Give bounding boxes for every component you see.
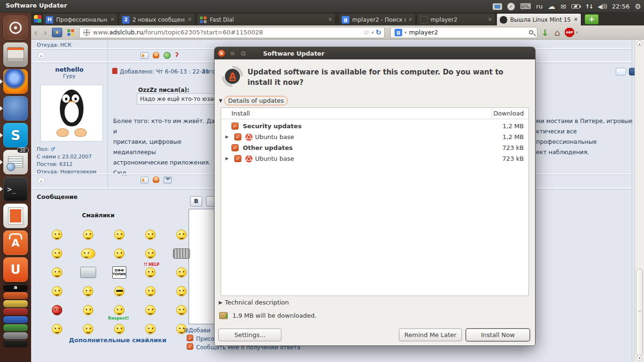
keyboard-icon[interactable]: ⌨: [520, 2, 531, 11]
smiley-pac[interactable]: [41, 282, 73, 301]
smiley-sad[interactable]: [104, 320, 135, 338]
details-expander[interactable]: ▼ Details of updates: [219, 96, 288, 105]
smiley-angry[interactable]: [73, 301, 104, 320]
checkbox-checked[interactable]: ✓: [234, 155, 241, 162]
messages-icon[interactable]: ✉: [561, 3, 566, 10]
close-icon[interactable]: ✕: [408, 16, 413, 23]
scrollbar-thumb[interactable]: ≡: [636, 269, 643, 356]
smiley-plane[interactable]: [135, 301, 166, 320]
private-message-icon[interactable]: [153, 176, 159, 183]
updates-table[interactable]: Install Download ✓ Security updates 1,2 …: [221, 107, 529, 296]
smiley-offtopic[interactable]: ОФФ ТОПИК: [104, 263, 135, 282]
quote-post-icon[interactable]: [616, 68, 626, 75]
scroll-down-arrow[interactable]: [636, 355, 643, 361]
dialog-titlebar[interactable]: × − □ Software Updater: [215, 47, 535, 59]
clock[interactable]: 22:56: [612, 3, 629, 10]
launcher-amazon[interactable]: a: [3, 284, 28, 291]
maximize-window-button[interactable]: □: [239, 49, 247, 57]
adblock-dropdown-icon[interactable]: ▾: [576, 30, 578, 35]
bold-format-button[interactable]: B: [190, 196, 202, 206]
launcher-photos[interactable]: [3, 340, 28, 347]
update-row-security[interactable]: ✓ Security updates 1,2 MB: [221, 121, 528, 132]
smiley-devil[interactable]: [41, 301, 73, 320]
row-expander-icon[interactable]: ▶: [225, 134, 229, 139]
launcher-news[interactable]: 20: [3, 150, 28, 174]
settings-button[interactable]: Settings...: [218, 329, 281, 341]
post-author[interactable]: nethello: [31, 66, 107, 73]
smiley-wave[interactable]: [41, 225, 73, 244]
search-magnifier-icon[interactable]: [529, 30, 533, 34]
profile-card-icon[interactable]: [140, 177, 149, 183]
back-button[interactable]: ‹: [31, 26, 41, 39]
session-gear-icon[interactable]: ⚙: [635, 2, 641, 11]
minimize-window-button[interactable]: −: [229, 49, 236, 57]
launcher-green-app[interactable]: [3, 324, 28, 331]
close-icon[interactable]: ✕: [574, 16, 578, 23]
technical-description-label[interactable]: Technical description: [225, 299, 289, 306]
launcher-impress[interactable]: [3, 204, 28, 228]
smiley-smile[interactable]: [166, 225, 197, 244]
adblock-icon[interactable]: ABP: [565, 28, 574, 37]
ubuntu-one-cloud-icon[interactable]: ☁: [548, 2, 555, 11]
sound-icon[interactable]: ◀))): [598, 3, 607, 10]
search-bar[interactable]: ▾ mplayer2: [390, 27, 537, 38]
launcher-dash[interactable]: [3, 16, 28, 40]
site-identity-icon[interactable]: [83, 29, 90, 36]
close-icon[interactable]: ✕: [328, 16, 332, 23]
update-row-ubuntu-base-1[interactable]: ▶ ✓ Ubuntu base 1,2 MB: [221, 132, 528, 143]
search-engine-dropdown[interactable]: ▾: [405, 30, 407, 35]
smiley-accordion[interactable]: [166, 244, 197, 263]
bookmarks-button[interactable]: ★: [52, 28, 62, 37]
launcher-terminal[interactable]: >_: [3, 177, 28, 201]
smiley-tongue[interactable]: [166, 263, 197, 282]
launcher-software-center[interactable]: A: [3, 230, 28, 255]
smiley-troll[interactable]: [73, 244, 104, 263]
close-icon[interactable]: ✕: [110, 16, 115, 23]
launcher-utility[interactable]: [3, 308, 28, 315]
launcher-firefox[interactable]: [3, 69, 28, 94]
url-dropdown-icon[interactable]: ▾: [372, 30, 374, 35]
google-search-icon[interactable]: [395, 29, 402, 36]
email-icon[interactable]: [164, 177, 172, 183]
forward-button[interactable]: ›: [41, 26, 50, 39]
launcher-thunderbird[interactable]: [3, 96, 28, 121]
skype-tray-icon[interactable]: ✓: [507, 3, 515, 10]
launcher-ubuntuone-music[interactable]: [3, 292, 28, 299]
page-scrollbar[interactable]: ≡: [635, 40, 644, 362]
close-window-button[interactable]: ×: [218, 49, 225, 57]
checkbox-checked[interactable]: ✓: [231, 123, 239, 130]
smiley-blush[interactable]: [135, 225, 166, 244]
install-now-button[interactable]: Install Now: [466, 329, 530, 341]
battery-icon[interactable]: [571, 4, 580, 8]
smiley-laugh[interactable]: [73, 320, 104, 338]
install-column-header[interactable]: Install: [231, 110, 250, 117]
smiley-fly[interactable]: [73, 225, 104, 244]
tab-1[interactable]: Профессиональная ... ✕: [42, 13, 118, 25]
remind-me-later-button[interactable]: Remind Me Later: [399, 329, 462, 341]
url-bar[interactable]: www.adslclub.ru/forum/topic62305?start=6…: [79, 27, 385, 38]
tab-4[interactable]: mplayer2 - Поиск в G... ✕: [339, 13, 416, 25]
scroll-top-icon[interactable]: [38, 52, 45, 59]
checkbox-checked[interactable]: ✓: [234, 133, 241, 140]
close-icon[interactable]: ✕: [488, 16, 492, 23]
launcher-google-earth[interactable]: [3, 316, 28, 323]
download-column-header[interactable]: Download: [493, 110, 524, 117]
tab-2[interactable]: 2 новых сообщения ✕: [119, 13, 195, 25]
smiley-desk[interactable]: [73, 263, 104, 282]
update-row-other[interactable]: ✓ Other updates 723 kB: [221, 143, 528, 154]
smiley-shy[interactable]: [104, 225, 135, 244]
smiley-respect[interactable]: Respect!: [104, 301, 135, 320]
bookmark-star-icon[interactable]: ☆: [363, 28, 369, 37]
new-tab-button[interactable]: +: [585, 14, 599, 25]
details-label[interactable]: Details of updates: [224, 96, 288, 105]
fast-dial-button[interactable]: [67, 29, 74, 36]
smiley-mask[interactable]: [166, 301, 197, 320]
launcher-smiley-app[interactable]: [3, 300, 28, 307]
tab-5[interactable]: mplayer2 ✕: [417, 13, 495, 25]
smiley-cool[interactable]: [104, 282, 135, 301]
update-row-ubuntu-base-2[interactable]: ▶ ✓ Ubuntu base 723 kB: [221, 154, 528, 165]
smiley-smile[interactable]: [135, 320, 166, 338]
smiley-thumbs[interactable]: [41, 244, 73, 263]
smiley-help[interactable]: !! HELP: [135, 263, 166, 282]
tab-6-active[interactable]: Вышла Linux Mint 15... ✕: [496, 13, 581, 25]
